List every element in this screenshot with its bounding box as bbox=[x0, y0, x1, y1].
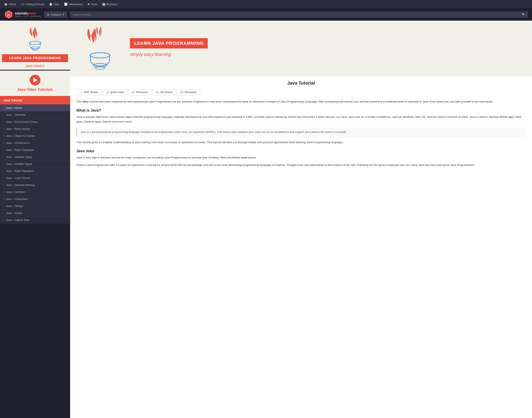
sidebar-item-java-date-time[interactable]: ● Java – Date & Time bbox=[0, 217, 70, 224]
hero-text-block: LEARN JAVA PROGRAMMING simply easy learn… bbox=[130, 38, 208, 59]
nav-whiteboard[interactable]: ⬜ Whiteboard bbox=[64, 3, 82, 6]
pdf-icon: 📄 bbox=[80, 91, 83, 94]
menu-item-label: Java – Basic Datatypes bbox=[6, 148, 34, 151]
menu-item-label: Java – Decision Making bbox=[6, 183, 34, 186]
tab-label: PDF Version bbox=[84, 91, 98, 94]
bullet-icon: ● bbox=[3, 170, 4, 172]
nav-tools-label: Tools bbox=[91, 3, 97, 6]
resources-icon: 🔗 bbox=[132, 91, 135, 94]
what-is-java-heading: What is Java? bbox=[76, 108, 526, 113]
sidebar-item-java-object-classes[interactable]: ● Java – Object & Classes bbox=[0, 132, 70, 139]
content-area: Java Tutorial 📄 PDF Version 📋 Quick Guid… bbox=[70, 76, 532, 174]
grid-icon: ⊞ bbox=[47, 13, 49, 16]
logo[interactable]: tp tutorialspoint SIMPLY EASY LEARNING bbox=[4, 10, 41, 19]
action-tabs: 📄 PDF Version 📋 Quick Guide 🔗 Resources … bbox=[76, 89, 526, 95]
chevron-down-icon: ▾ bbox=[63, 13, 64, 16]
tab-job-search[interactable]: 🔍 Job Search bbox=[152, 89, 176, 95]
sidebar-item-java-constructors[interactable]: ● Java – Constructors bbox=[0, 139, 70, 147]
sidebar-item-java-basic-operators[interactable]: ● Java – Basic Operators bbox=[0, 168, 70, 174]
menu-item-label: Java – Environment Setup bbox=[6, 120, 37, 123]
bullet-icon: ● bbox=[3, 177, 4, 179]
java-jobs-heading: Java Jobs bbox=[76, 149, 526, 153]
tab-quick-guide[interactable]: 📋 Quick Guide bbox=[102, 89, 127, 95]
main-layout: LEARN JAVA PROGRAMMING java basics Java … bbox=[0, 21, 532, 418]
menu-item-label: Java – Characters bbox=[6, 197, 28, 200]
menu-item-label: Java – Object & Classes bbox=[6, 134, 35, 137]
bullet-icon: ● bbox=[3, 128, 4, 130]
sidebar: LEARN JAVA PROGRAMMING java basics Java … bbox=[0, 21, 70, 418]
business-icon: 🏢 bbox=[102, 3, 105, 6]
menu-item-label: Java – Variable Types bbox=[6, 155, 32, 158]
nav-jobs-label: Jobs bbox=[54, 3, 59, 6]
video-tutorial-label: Java Video Tutorials bbox=[4, 87, 66, 92]
sidebar-item-java-basic-syntax[interactable]: ● Java – Basic Syntax bbox=[0, 126, 70, 132]
play-triangle-icon bbox=[34, 78, 37, 82]
menu-item-label: Java – Modifier Types bbox=[6, 162, 32, 165]
hero-tagline: simply easy learning bbox=[130, 50, 208, 59]
top-navigation: 🏠 Home </> Coding Ground 📋 Jobs ⬜ Whiteb… bbox=[0, 0, 532, 8]
search-input[interactable] bbox=[73, 13, 520, 16]
blockquote-box: Java is a general-purpose programming la… bbox=[76, 128, 526, 137]
svg-text:tp: tp bbox=[8, 13, 10, 16]
bullet-icon: ● bbox=[3, 219, 4, 221]
tab-label: Resources bbox=[136, 91, 148, 94]
sidebar-item-java-strings[interactable]: ● Java – Strings bbox=[0, 203, 70, 210]
menu-item-label: Java – Date & Time bbox=[6, 219, 29, 221]
tab-pdf-version[interactable]: 📄 PDF Version bbox=[76, 89, 102, 95]
sidebar-item-java-numbers[interactable]: ● Java – Numbers bbox=[0, 189, 70, 196]
nav-coding-label: Coding Ground bbox=[26, 3, 44, 6]
java-jobs-para2: Today a Java Programmer with 3-5 years o… bbox=[76, 163, 526, 168]
tab-discussion[interactable]: 💬 Discussion bbox=[177, 89, 200, 95]
sidebar-item-java-home[interactable]: ● Java – Home bbox=[0, 104, 70, 111]
sidebar-item-java-variable-types[interactable]: ● Java – Variable Types bbox=[0, 153, 70, 161]
hero-banner: LEARN JAVA PROGRAMMING simply easy learn… bbox=[70, 21, 532, 76]
java-logo-art-small bbox=[23, 25, 47, 52]
svg-point-6 bbox=[90, 53, 110, 58]
tab-resources[interactable]: 🔗 Resources bbox=[128, 89, 151, 95]
menu-item-label: Java – Numbers bbox=[6, 190, 26, 194]
bullet-icon: ● bbox=[3, 107, 4, 109]
sidebar-tutorial-section-title: Java Tutorial bbox=[0, 96, 70, 104]
sidebar-item-java-decision-making[interactable]: ● Java – Decision Making bbox=[0, 182, 70, 189]
home-icon: 🏠 bbox=[4, 3, 7, 6]
guide-icon: 📋 bbox=[106, 91, 109, 94]
logo-diamond-icon: tp bbox=[4, 10, 13, 19]
tab-label: Job Search bbox=[160, 91, 173, 94]
code-icon: </> bbox=[21, 3, 25, 6]
menu-item-label: Java – Constructors bbox=[6, 141, 30, 144]
tutorial-gives-paragraph: This tutorial gives a complete understan… bbox=[76, 140, 526, 145]
job-search-icon: 🔍 bbox=[156, 91, 159, 94]
nav-jobs[interactable]: 📋 Jobs bbox=[49, 3, 59, 6]
what-is-java-paragraph: Java is popular high-level, class-based … bbox=[76, 115, 526, 124]
main-content-area: LEARN JAVA PROGRAMMING simply easy learn… bbox=[70, 21, 532, 418]
sidebar-item-java-overview[interactable]: ● Java – Overview bbox=[0, 111, 70, 118]
svg-point-8 bbox=[95, 67, 105, 69]
sidebar-item-java-basic-datatypes[interactable]: ● Java – Basic Datatypes bbox=[0, 147, 70, 153]
java-hero-logo bbox=[78, 25, 124, 72]
sidebar-item-java-loop-control[interactable]: ● Java – Loop Control bbox=[0, 174, 70, 182]
sidebar-menu: ● Java – Home ● Java – Overview ● Java –… bbox=[0, 104, 70, 224]
nav-coding-ground[interactable]: </> Coding Ground bbox=[21, 3, 44, 6]
sidebar-banner: LEARN JAVA PROGRAMMING java basics bbox=[0, 21, 70, 70]
intro-paragraph: This Java Tutorial has been prepared by … bbox=[76, 99, 526, 104]
category-button[interactable]: ⊞ Category ▾ bbox=[44, 12, 67, 18]
video-tutorial-box[interactable]: Java Video Tutorials bbox=[0, 70, 70, 96]
logo-text: tutorialspoint SIMPLY EASY LEARNING bbox=[15, 12, 41, 17]
sidebar-item-java-modifier-types[interactable]: ● Java – Modifier Types bbox=[0, 161, 70, 168]
sidebar-item-java-environment-setup[interactable]: ● Java – Environment Setup bbox=[0, 118, 70, 126]
tab-label: Quick Guide bbox=[110, 91, 124, 94]
sidebar-item-java-characters[interactable]: ● Java – Characters bbox=[0, 196, 70, 203]
bullet-icon: ● bbox=[3, 142, 4, 144]
nav-whiteboard-label: Whiteboard bbox=[69, 3, 82, 6]
bullet-icon: ● bbox=[3, 163, 4, 165]
search-bar: 🔍 bbox=[70, 12, 528, 18]
page-title: Java Tutorial bbox=[76, 81, 526, 86]
bullet-icon: ● bbox=[3, 198, 4, 200]
menu-item-label: Java – Home bbox=[6, 106, 22, 109]
header: tp tutorialspoint SIMPLY EASY LEARNING ⊞… bbox=[0, 8, 532, 21]
nav-tools[interactable]: ✱ Tools bbox=[87, 3, 97, 6]
nav-home[interactable]: 🏠 Home bbox=[4, 3, 16, 6]
sidebar-item-java-arrays[interactable]: ● Java – Arrays bbox=[0, 210, 70, 217]
bullet-icon: ● bbox=[3, 149, 4, 151]
nav-business[interactable]: 🏢 Business bbox=[102, 3, 117, 6]
